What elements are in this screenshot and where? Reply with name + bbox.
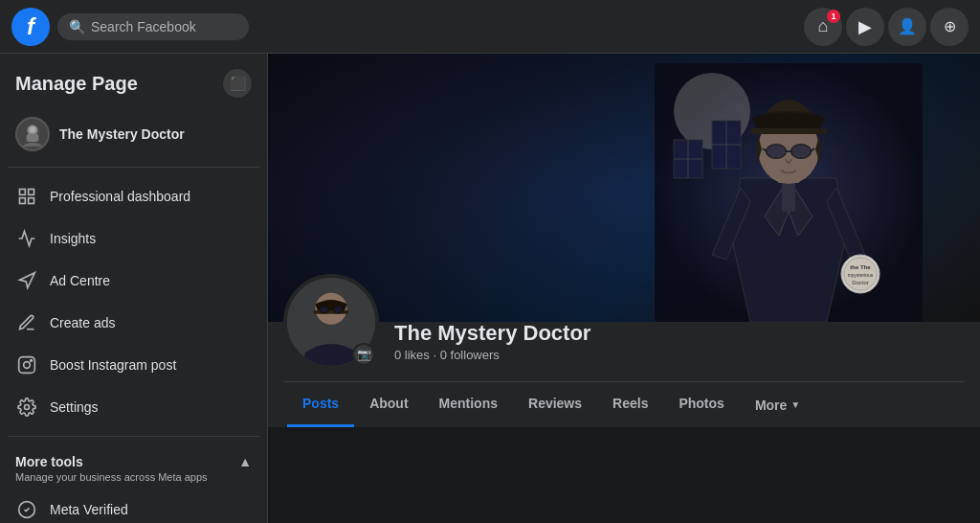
ad-icon xyxy=(15,269,38,292)
video-icon: ▶ xyxy=(858,16,872,37)
top-navigation: f 🔍 ⌂ 1 ▶ 👤 ⊕ xyxy=(0,0,980,54)
sidebar-item-professional-dashboard[interactable]: Professional dashboard xyxy=(8,175,259,217)
sidebar-item-label: Professional dashboard xyxy=(50,189,190,204)
sidebar-item-label: Create ads xyxy=(50,315,115,330)
svg-rect-3 xyxy=(27,134,39,142)
create-ads-icon xyxy=(15,311,38,334)
svg-point-11 xyxy=(25,405,30,410)
sidebar: Manage Page ⬛ The Mystery Doctor xyxy=(0,54,268,523)
tab-more[interactable]: More ▼ xyxy=(740,384,815,426)
page-stats: 0 likes · 0 followers xyxy=(394,348,965,362)
sidebar-item-settings[interactable]: Settings xyxy=(8,386,259,428)
svg-rect-4 xyxy=(20,190,26,195)
tab-about[interactable]: About xyxy=(354,382,423,427)
more-tools-header: More tools ▲ xyxy=(8,444,259,471)
page-profile-item[interactable]: The Mystery Doctor xyxy=(8,109,259,159)
tab-mentions[interactable]: Mentions xyxy=(424,382,513,427)
nav-icon-group: ⌂ 1 ▶ 👤 ⊕ xyxy=(804,8,969,46)
dashboard-icon xyxy=(15,185,38,208)
main-layout: Manage Page ⬛ The Mystery Doctor xyxy=(0,54,980,523)
more-tools-title: More tools xyxy=(15,454,83,469)
search-icon: 🔍 xyxy=(69,19,85,34)
sidebar-item-meta-verified[interactable]: Meta Verified xyxy=(8,489,259,523)
people-icon: 👤 xyxy=(898,17,917,35)
instagram-icon xyxy=(15,353,38,376)
svg-text:the The: the The xyxy=(850,264,871,270)
sidebar-item-ad-centre[interactable]: Ad Centre xyxy=(8,260,259,302)
sidebar-item-boost-instagram[interactable]: Boost Instagram post xyxy=(8,344,259,386)
page-name: The Mystery Doctor xyxy=(394,321,965,346)
sidebar-item-create-ads[interactable]: Create ads xyxy=(8,302,259,344)
home-badge: 1 xyxy=(827,10,840,23)
svg-rect-7 xyxy=(29,198,34,204)
page-avatar xyxy=(15,117,50,151)
chevron-down-icon: ▼ xyxy=(791,399,800,410)
tab-photos[interactable]: Photos xyxy=(663,382,739,427)
svg-rect-44 xyxy=(314,310,349,314)
profile-info: The Mystery Doctor 0 likes · 0 followers xyxy=(394,321,965,370)
chevron-up-icon: ▲ xyxy=(238,454,252,469)
settings-icon xyxy=(15,396,38,419)
svg-point-2 xyxy=(30,126,35,132)
svg-point-34 xyxy=(792,146,810,157)
page-name-label: The Mystery Doctor xyxy=(59,126,185,142)
svg-point-9 xyxy=(24,362,31,369)
profile-picture-wrapper: 📷 xyxy=(283,274,379,370)
sidebar-collapse-button[interactable]: ⬛ xyxy=(223,69,252,98)
people-nav-button[interactable]: 👤 xyxy=(888,8,926,46)
insights-icon xyxy=(15,227,38,250)
svg-rect-5 xyxy=(29,190,34,195)
svg-point-10 xyxy=(31,360,33,362)
svg-point-33 xyxy=(768,146,785,157)
svg-text:myysterious: myysterious xyxy=(848,272,874,278)
video-nav-button[interactable]: ▶ xyxy=(846,8,884,46)
page-content-area: the The myysterious Doctor xyxy=(268,54,980,523)
sidebar-item-label: Ad Centre xyxy=(50,273,110,288)
home-nav-button[interactable]: ⌂ 1 xyxy=(804,8,842,46)
sidebar-item-label: Meta Verified xyxy=(50,502,128,517)
sidebar-header: Manage Page ⬛ xyxy=(8,65,259,109)
sidebar-item-label: Boost Instagram post xyxy=(50,357,176,373)
sidebar-item-insights[interactable]: Insights xyxy=(8,217,259,260)
svg-rect-41 xyxy=(750,128,827,134)
sidebar-item-label: Insights xyxy=(50,231,96,246)
svg-text:Doctor: Doctor xyxy=(852,280,869,285)
search-input[interactable] xyxy=(91,19,234,34)
page-tabs: Posts About Mentions Reviews Reels Photo… xyxy=(283,381,965,427)
svg-point-48 xyxy=(335,307,342,312)
svg-rect-8 xyxy=(19,357,35,374)
more-tools-subtitle: Manage your business across Meta apps xyxy=(8,471,259,489)
sidebar-divider-2 xyxy=(8,436,259,437)
sidebar-divider-1 xyxy=(8,167,259,168)
facebook-logo[interactable]: f xyxy=(11,8,50,46)
search-bar[interactable]: 🔍 xyxy=(57,13,249,40)
svg-point-47 xyxy=(321,307,327,312)
camera-icon[interactable]: 📷 xyxy=(352,343,375,366)
tab-reviews[interactable]: Reviews xyxy=(513,382,597,427)
profile-section: 📷 The Mystery Doctor 0 likes · 0 followe… xyxy=(268,322,980,427)
plus-icon: ⊕ xyxy=(944,17,956,35)
more-nav-button[interactable]: ⊕ xyxy=(930,8,969,46)
tab-posts[interactable]: Posts xyxy=(287,382,354,427)
tab-reels[interactable]: Reels xyxy=(597,382,663,427)
collapse-icon: ⬛ xyxy=(230,76,246,91)
sidebar-title: Manage Page xyxy=(15,73,138,95)
verified-icon xyxy=(15,498,38,521)
cover-figure-svg: the The myysterious Doctor xyxy=(655,63,923,322)
svg-rect-6 xyxy=(20,198,26,204)
sidebar-item-label: Settings xyxy=(50,399,99,415)
